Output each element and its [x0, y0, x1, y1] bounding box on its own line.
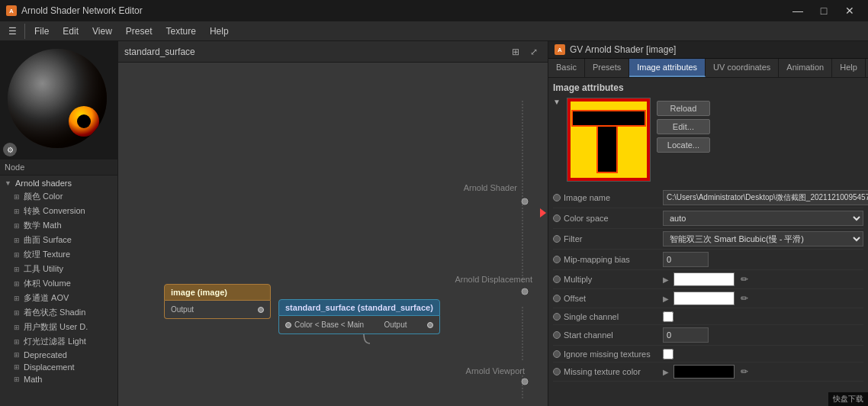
menu-file[interactable]: File — [28, 21, 55, 41]
offset-color-swatch[interactable] — [674, 292, 735, 305]
hamburger-icon[interactable]: ☰ — [3, 21, 21, 41]
tree-item-texture[interactable]: ⊞ 纹理 Texture — [0, 247, 117, 262]
missing-color-eyedropper-icon[interactable]: ✏ — [738, 365, 751, 379]
attr-indicator — [553, 256, 561, 263]
attr-label-offset: Offset — [564, 294, 663, 303]
menubar: ☰ File Edit View Preset Texture Help — [0, 21, 868, 41]
mip-spin-input[interactable] — [663, 252, 709, 267]
expand-icon: ⊞ — [14, 193, 20, 201]
tree-item-utility[interactable]: ⊞ 工具 Utility — [0, 262, 117, 276]
tree-item-label: 工具 Utility — [24, 263, 63, 275]
menu-preset[interactable]: Preset — [120, 21, 159, 41]
input-label: Color < Base < Main — [294, 321, 364, 329]
image-node-output: Output — [171, 304, 264, 315]
main-container: ⚙ Node ▼ Arnold shaders ⊞ 颜色 Color ⊞ 转换 … — [0, 41, 868, 406]
expand-icon: ⊞ — [14, 280, 20, 288]
menu-edit[interactable]: Edit — [56, 21, 85, 41]
attr-indicator — [553, 276, 561, 283]
tree-item-label: Displacement — [24, 362, 75, 372]
titlebar-left: A Arnold Shader Network Editor — [6, 5, 143, 16]
tree-item-conversion[interactable]: ⊞ 转换 Conversion — [0, 204, 117, 218]
attr-label-missing-color: Missing texture color — [564, 367, 663, 376]
attr-label-start-channel: Start channel — [564, 330, 663, 340]
file-input-area: C:\Users\Administrator\Desktop\微信截图_2021… — [663, 190, 868, 205]
tab-image-attributes[interactable]: Image attributes — [629, 59, 706, 77]
tree-item-label: 着色状态 Shadin — [24, 307, 85, 318]
input-port-dot[interactable] — [285, 322, 291, 328]
output-port-dot[interactable] — [427, 322, 433, 328]
tree-root-label: Arnold shaders — [15, 179, 72, 188]
svg-point-3 — [522, 198, 528, 205]
image-buttons: Reload Edit... Locate... — [657, 98, 710, 182]
attr-row-single-channel: Single channel — [553, 308, 863, 325]
attr-value-offset: ▶ ✏ — [663, 292, 863, 305]
expand-icon: ⊞ — [14, 208, 20, 215]
surface-node[interactable]: standard_surface (standard_surface) Colo… — [278, 299, 440, 334]
options-icon[interactable]: ⤢ — [526, 44, 542, 60]
tree-item-aov[interactable]: ⊞ 多通道 AOV — [0, 291, 117, 305]
tree-item-label: Deprecated — [24, 350, 67, 359]
attr-label-color-space: Color space — [564, 214, 663, 223]
tree-item-deprecated[interactable]: ⊞ Deprecated — [0, 349, 117, 361]
tab-basic[interactable]: Basic — [548, 59, 585, 77]
tree-item-color[interactable]: ⊞ 颜色 Color — [0, 189, 117, 204]
tree-item-userdata[interactable]: ⊞ 用户数据 User D. — [0, 320, 117, 334]
tree-item-math[interactable]: ⊞ 数学 Math — [0, 218, 117, 233]
ignore-missing-checkbox[interactable] — [663, 349, 674, 359]
image-thumbnail — [567, 98, 651, 182]
collapse-arrow-icon[interactable]: ▼ — [553, 98, 561, 106]
menu-help[interactable]: Help — [204, 21, 235, 41]
menu-view[interactable]: View — [86, 21, 118, 41]
attr-row-filter: Filter 智能双三次 Smart Bicubic(慢 - 平滑) — [553, 229, 863, 250]
connection-lines — [118, 63, 548, 406]
tree-item-math2[interactable]: ⊞ Math — [0, 373, 117, 385]
preview-settings-button[interactable]: ⚙ — [3, 143, 17, 156]
attr-value-image-name: C:\Users\Administrator\Desktop\微信截图_2021… — [663, 190, 868, 205]
arrow-icon: ▶ — [663, 368, 669, 376]
filter-select[interactable]: 智能双三次 Smart Bicubic(慢 - 平滑) — [663, 231, 863, 246]
attr-row-missing-color: Missing texture color ▶ ✏ — [553, 362, 863, 382]
titlebar: A Arnold Shader Network Editor — □ ✕ — [0, 0, 868, 21]
window-controls: — □ ✕ — [786, 0, 862, 21]
fit-icon[interactable]: ⊞ — [508, 44, 523, 60]
output-label: Output — [171, 305, 194, 314]
tab-animation[interactable]: Animation — [779, 59, 832, 77]
tree-item-volume[interactable]: ⊞ 体积 Volume — [0, 276, 117, 291]
reload-button[interactable]: Reload — [657, 101, 710, 116]
tab-uv-coordinates[interactable]: UV coordinates — [706, 59, 779, 77]
close-button[interactable]: ✕ — [837, 0, 862, 21]
tab-help[interactable]: Help — [832, 59, 866, 77]
expand-icon: ⊞ — [14, 266, 20, 273]
color-space-select[interactable]: auto — [663, 211, 863, 226]
maximize-button[interactable]: □ — [812, 0, 836, 21]
locate-button[interactable]: Locate... — [657, 137, 710, 153]
multiply-eyedropper-icon[interactable]: ✏ — [738, 272, 751, 286]
tree-item-surface[interactable]: ⊞ 曲面 Surface — [0, 233, 117, 247]
single-channel-checkbox[interactable] — [663, 311, 674, 322]
shader-header-title: GV Arnold Shader [image] — [570, 44, 676, 55]
attr-value-single-channel — [663, 311, 863, 322]
tree-item-label: 曲面 Surface — [24, 234, 72, 246]
node-canvas[interactable]: Arnold Shader Arnold Displacement Arnold… — [118, 63, 548, 406]
eye-pupil — [77, 114, 91, 128]
attr-label-mip: Mip-mapping bias — [564, 255, 663, 264]
attr-indicator — [553, 214, 561, 222]
attrs-title: Image attributes — [553, 82, 863, 93]
t-top-bar — [571, 110, 646, 127]
edit-button[interactable]: Edit... — [657, 119, 710, 134]
minimize-button[interactable]: — — [786, 0, 810, 21]
menu-texture[interactable]: Texture — [160, 21, 202, 41]
start-channel-spin[interactable] — [663, 327, 709, 343]
image-preview-area: ▼ Reload Edit... Locate... — [553, 98, 863, 182]
tree-item-root[interactable]: ▼ Arnold shaders — [0, 177, 117, 189]
missing-color-swatch[interactable] — [674, 365, 735, 379]
tab-presets[interactable]: Presets — [585, 59, 629, 77]
image-node[interactable]: image (image) Output — [164, 284, 271, 319]
multiply-color-swatch[interactable] — [674, 272, 735, 286]
tree-item-lightfilter[interactable]: ⊞ 灯光过滤器 Light — [0, 334, 117, 349]
offset-eyedropper-icon[interactable]: ✏ — [738, 292, 751, 305]
tree-item-displacement[interactable]: ⊞ Displacement — [0, 361, 117, 373]
arnold-viewport-label: Arnold Viewport — [466, 366, 525, 375]
output-port-dot[interactable] — [258, 307, 264, 313]
tree-item-shading[interactable]: ⊞ 着色状态 Shadin — [0, 305, 117, 320]
